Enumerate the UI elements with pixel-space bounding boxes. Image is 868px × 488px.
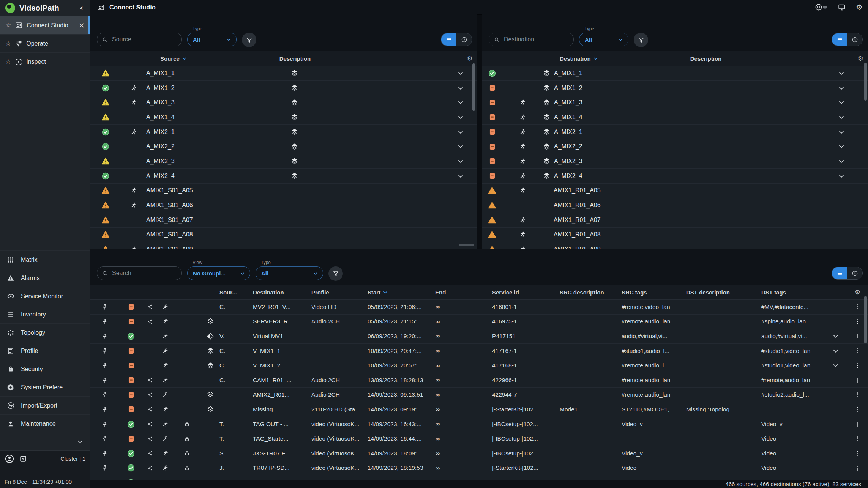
pause-toggle-icon[interactable] [815, 3, 828, 12]
kebab-menu-icon[interactable] [854, 362, 861, 369]
destination-search-input[interactable] [489, 33, 574, 46]
kebab-menu-icon[interactable] [854, 465, 861, 471]
clock-view-icon[interactable] [456, 33, 472, 46]
chevron-down-icon[interactable] [457, 128, 464, 136]
pin-icon[interactable] [101, 333, 108, 340]
chevron-down-icon[interactable] [457, 113, 464, 121]
column-header-profile[interactable]: Profile [311, 289, 368, 296]
service-row[interactable]: Missing2110-20 HD (Sta...14/09/2023, 09:… [90, 402, 868, 417]
service-row[interactable]: C.MV2_R01_V...Video HD05/09/2023, 21:06:… [90, 300, 868, 315]
sidebar-item-profile[interactable]: Profile [0, 342, 90, 360]
service-row[interactable]: T.TAG OUT - ...video (VirtuosoK...14/09/… [90, 417, 868, 432]
chevron-down-icon[interactable] [457, 172, 464, 180]
destination-row[interactable]: A_MIX2_4 [482, 169, 868, 184]
column-header-destination[interactable]: Destination [253, 289, 311, 296]
sidebar-item-alarms[interactable]: Alarms [0, 269, 90, 287]
chevron-down-icon[interactable] [838, 157, 845, 165]
pin-icon[interactable] [101, 406, 108, 413]
source-row[interactable]: A_MIX2_1 [90, 125, 477, 140]
source-vertical-scrollbar[interactable] [472, 63, 475, 111]
column-header-service-id[interactable]: Service id [492, 289, 560, 296]
source-row[interactable]: AMIX1_S01_A08 [90, 228, 477, 242]
destination-type-dropdown[interactable]: All [579, 33, 628, 46]
pin-icon[interactable] [101, 435, 108, 442]
sidebar-item-system-prefere-[interactable]: System Prefere... [0, 378, 90, 396]
source-type-dropdown[interactable]: All [187, 33, 237, 46]
source-search-input[interactable] [97, 33, 182, 46]
favorite-star-icon[interactable]: ☆ [5, 22, 11, 28]
sidebar-item-inventory[interactable]: Inventory [0, 305, 90, 323]
column-header-end[interactable]: End [435, 289, 492, 296]
pin-icon[interactable] [101, 318, 108, 325]
sidebar-tab-connect-studio[interactable]: ☆Connect Studio× [0, 16, 90, 34]
clock-view-icon[interactable] [847, 33, 862, 46]
kebab-menu-icon[interactable] [854, 318, 861, 325]
pin-icon[interactable] [101, 391, 108, 398]
chevron-down-icon[interactable] [457, 99, 464, 106]
destination-row[interactable]: A_MIX1_2 [482, 81, 868, 96]
pin-icon[interactable] [101, 421, 108, 428]
column-header-dst-tags[interactable]: DST tags [761, 289, 824, 296]
source-filter-button[interactable] [242, 33, 256, 47]
kebab-menu-icon[interactable] [854, 392, 861, 398]
destination-row[interactable]: AMIX1_R01_A05 [482, 184, 868, 198]
destination-view-toggle[interactable] [832, 33, 863, 46]
source-row[interactable]: A_MIX1_4 [90, 110, 477, 125]
close-icon[interactable]: × [77, 22, 86, 29]
column-header-start[interactable]: Start [368, 289, 435, 296]
kebab-menu-icon[interactable] [854, 450, 861, 457]
service-row[interactable]: C.CAM1_R01_...Audio 2CH13/09/2023, 18:28… [90, 373, 868, 388]
chevron-down-icon[interactable] [457, 143, 464, 150]
list-view-icon[interactable] [441, 33, 456, 46]
sidebar-item-import-export[interactable]: Import/Export [0, 396, 90, 414]
destination-row[interactable]: AMIX1_R01_A07 [482, 213, 868, 228]
destination-row[interactable]: A_MIX2_2 [482, 139, 868, 154]
kebab-menu-icon[interactable] [854, 436, 861, 442]
source-row[interactable]: A_MIX1_1 [90, 66, 477, 81]
service-row[interactable]: T.TAG_Starte...video (VirtuosoK...14/09/… [90, 431, 868, 446]
sidebar-item-service-monitor[interactable]: Service Monitor [0, 287, 90, 305]
sidebar-item-topology[interactable]: Topology [0, 323, 90, 342]
source-row[interactable]: A_MIX2_2 [90, 139, 477, 154]
clock-view-icon[interactable] [847, 267, 862, 279]
destination-row[interactable]: A_MIX1_4 [482, 110, 868, 125]
sidebar-item-maintenance[interactable]: Maintenance [0, 414, 90, 433]
destination-row[interactable]: A_MIX1_1 [482, 66, 868, 81]
pin-icon[interactable] [101, 450, 108, 457]
service-row[interactable]: SERVER3_R...Audio 2CH05/09/2023, 21:15:.… [90, 315, 868, 329]
description-column-header[interactable]: Description [672, 55, 740, 62]
destination-row[interactable]: AMIX1_R01_A06 [482, 198, 868, 213]
source-row[interactable]: A_MIX2_4 [90, 169, 477, 184]
chevron-down-icon[interactable] [832, 362, 840, 369]
column-settings-gear-icon[interactable]: ⚙ [855, 289, 860, 296]
chevron-down-icon[interactable] [838, 143, 845, 150]
destination-filter-button[interactable] [634, 33, 648, 47]
source-row[interactable]: A_MIX1_3 [90, 95, 477, 110]
service-row[interactable]: C.V_MIX1_110/09/2023, 20:47:...∞417167-1… [90, 344, 868, 359]
destination-column-header[interactable]: Destination [560, 55, 598, 62]
service-row[interactable]: S.JXS-TR07 F...video (VirtuosoK...14/09/… [90, 446, 868, 461]
destination-row[interactable]: A_MIX2_1 [482, 125, 868, 140]
source-horizontal-scrollbar[interactable] [459, 244, 474, 246]
column-settings-gear-icon[interactable]: ⚙ [858, 55, 863, 62]
service-row[interactable]: J.TR07 IP-SD...video (VirtuosoK...14/09/… [90, 461, 868, 476]
chevron-down-icon[interactable] [838, 84, 845, 92]
destination-search-field[interactable] [503, 36, 562, 43]
list-view-icon[interactable] [832, 33, 847, 46]
pin-icon[interactable] [101, 348, 108, 354]
destination-row[interactable]: A_MIX2_3 [482, 154, 868, 169]
sidebar-tab-operate[interactable]: ☆Operate [0, 34, 90, 52]
destination-row[interactable]: A_MIX1_3 [482, 95, 868, 110]
kebab-menu-icon[interactable] [854, 377, 861, 383]
user-avatar-icon[interactable] [5, 454, 14, 464]
list-view-icon[interactable] [832, 267, 847, 279]
sidebar-expand-row[interactable] [0, 433, 90, 450]
chevron-down-icon[interactable] [838, 69, 845, 77]
monitor-icon[interactable] [838, 3, 846, 11]
services-search-input[interactable] [97, 266, 182, 280]
services-view-toggle[interactable] [832, 267, 863, 280]
column-settings-gear-icon[interactable]: ⚙ [467, 55, 473, 62]
sidebar-collapse-icon[interactable]: ‹ [77, 4, 86, 12]
chevron-down-icon[interactable] [457, 157, 464, 165]
kebab-menu-icon[interactable] [854, 348, 861, 354]
